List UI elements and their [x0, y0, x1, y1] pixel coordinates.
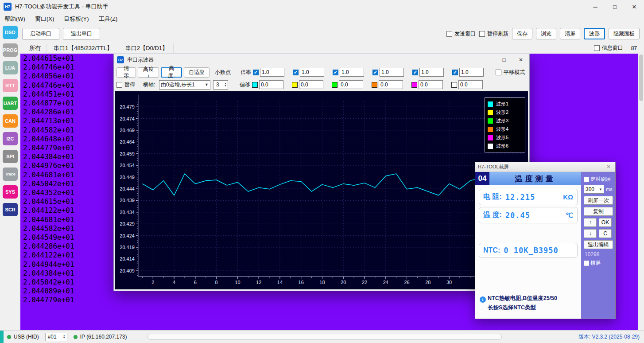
menu-item[interactable]: 窗口(X) [35, 15, 54, 23]
tab-all[interactable]: 所有 [24, 43, 47, 53]
pan-mode-label: 平移模式 [504, 69, 525, 76]
chevron-down-icon: ▼ [599, 187, 602, 191]
vertical-scrollbar[interactable] [638, 54, 644, 330]
timed-refresh-checkbox[interactable]: 定时刷屏 [584, 176, 611, 183]
channel-rate-input[interactable] [380, 68, 404, 77]
info-window-checkbox[interactable]: 信息窗口 [594, 44, 623, 52]
capture-titlebar[interactable]: H7-TOOL截屏 ✕ [475, 162, 615, 172]
data-line: 2.044681e+01 [23, 171, 74, 179]
data-line: 2.044681e+01 [23, 215, 74, 224]
vertical-scrollbar-thumb[interactable] [639, 55, 643, 101]
ok-button[interactable]: OK [599, 218, 612, 227]
channel-offset-input[interactable] [419, 80, 443, 89]
svg-text:20.424: 20.424 [120, 233, 135, 238]
waveform-chart[interactable]: 20.47920.47420.46920.46420.45920.45420.4… [115, 91, 528, 289]
waveform-button[interactable]: 波形 [584, 28, 605, 39]
clear-screen-button[interactable]: 清屏 [560, 28, 580, 39]
svg-text:20.419: 20.419 [120, 245, 135, 250]
channel-offset-input[interactable] [259, 80, 283, 89]
exit-serial-button[interactable]: 退出串口 [63, 28, 100, 40]
lcd-measurement-rows: 电 阻:12.215KΩ温 度:20.45℃NTC:0 10K_B3950 [475, 185, 581, 258]
height-minus-button[interactable]: 高度- [161, 67, 182, 78]
pause-checkbox[interactable]: 暂停 [116, 81, 141, 89]
channel-offset-cell [372, 80, 410, 89]
hide-panel-button[interactable]: 隐藏面板 [609, 28, 640, 39]
data-line: 2.045042e+01 [23, 278, 74, 287]
channel-offset-input[interactable] [339, 80, 363, 89]
channel-enable-checkbox[interactable] [253, 70, 259, 75]
channel-offset-input[interactable] [379, 80, 403, 89]
channel-enable-checkbox[interactable] [452, 70, 458, 75]
data-line: 2.044549e+01 [23, 233, 74, 242]
sidebar-item[interactable]: RTT [3, 79, 18, 92]
port-select[interactable]: #01▲▼ [45, 333, 67, 341]
sidebar-item[interactable]: I2C [3, 132, 18, 145]
channel-enable-checkbox[interactable] [372, 70, 378, 75]
tab-serial2[interactable]: 串口2【D0/D1】 [120, 43, 174, 53]
channel-color-swatch [411, 82, 417, 88]
spinner-arrows-icon[interactable]: ▲▼ [224, 82, 228, 87]
titlebar: H7 H7-TOOL多功能开发工具 - 串口助手 ─ □ ✕ [0, 0, 644, 13]
channel-rate-input[interactable] [300, 68, 324, 77]
channel-rate-input[interactable] [419, 68, 444, 77]
sidebar-item[interactable]: LUA [3, 61, 18, 74]
sidebar-item[interactable]: CAN [3, 114, 18, 128]
exit-edit-button[interactable]: 退出编辑 [584, 240, 613, 249]
c-button[interactable]: C [599, 229, 612, 238]
copy-button[interactable]: 复制 [584, 207, 613, 216]
tab-serial1[interactable]: 串口1【485/232/TTL】 [48, 43, 118, 53]
minimize-button[interactable]: ─ [586, 0, 605, 13]
start-serial-button[interactable]: 启动串口 [22, 28, 59, 40]
terminal-workspace[interactable]: 2.044615e+012.044746e+012.044056e+012.04… [20, 54, 638, 330]
sidebar-item[interactable]: Trace [3, 168, 18, 181]
sidebar-item[interactable]: SCR [3, 203, 18, 216]
sidebar-item[interactable]: DSO [3, 26, 18, 39]
svg-text:20: 20 [341, 280, 346, 285]
clear-zero-button[interactable]: 清零 [116, 67, 136, 78]
svg-text:20.464: 20.464 [120, 139, 135, 144]
menu-item[interactable]: 工具(Z) [99, 15, 118, 23]
channel-rate-input[interactable] [260, 68, 284, 77]
channel-enable-checkbox[interactable] [293, 70, 299, 75]
channel-enable-checkbox[interactable] [412, 70, 418, 75]
interval-value: 300 [586, 186, 594, 192]
pause-refresh-checkbox[interactable]: 暂停刷新 [479, 30, 508, 38]
menu-item[interactable]: 帮助(W) [4, 15, 25, 23]
interval-select[interactable]: 300▼ [584, 185, 604, 194]
sidebar-item[interactable]: PROG [3, 43, 18, 57]
sidebar-item[interactable]: UART [3, 97, 18, 110]
pan-mode-checkbox[interactable]: 平移模式 [496, 69, 525, 76]
pause-refresh-label: 暂停刷新 [487, 30, 508, 38]
auto-fit-button[interactable]: 自适应 [184, 67, 209, 78]
channel-offset-input[interactable] [299, 80, 323, 89]
refresh-once-button[interactable]: 刷屏一次 [584, 196, 613, 205]
channel-enable-checkbox[interactable] [333, 70, 338, 75]
down-button[interactable]: ↓ [584, 229, 597, 238]
osc-close-button[interactable]: ✕ [512, 54, 529, 66]
channel-offset-input[interactable] [458, 80, 483, 89]
save-button[interactable]: 保存 [512, 28, 532, 39]
height-plus-button[interactable]: 高度+ [138, 67, 159, 78]
landscape-checkbox[interactable]: 横屏 [584, 260, 601, 266]
oscilloscope-title: 串口示波器 [127, 56, 154, 64]
decimal-spinner[interactable]: 3▲▼ [213, 80, 228, 90]
oscilloscope-titlebar[interactable]: H7 串口示波器 ─ □ ✕ [114, 54, 529, 66]
maximize-button[interactable]: □ [605, 0, 625, 13]
osc-minimize-button[interactable]: ─ [479, 54, 496, 66]
legend-label: 波形6 [496, 143, 508, 149]
send-window-checkbox[interactable]: 发送窗口 [446, 30, 476, 38]
osc-maximize-button[interactable]: □ [496, 54, 512, 66]
sidebar-item[interactable]: SPI [3, 150, 18, 163]
menu-item[interactable]: 目标板(Y) [64, 15, 89, 23]
capture-close-icon[interactable]: ✕ [605, 164, 613, 170]
xaxis-mode-select[interactable]: 由0递增,步长1▼ [159, 80, 210, 90]
up-button[interactable]: ↑ [584, 218, 597, 227]
oscilloscope-toolbar: 清零 高度+ 高度- 自适应 小数点 倍率 平移模式 暂停 横轴: 由0递增,步… [114, 66, 529, 91]
spinner-arrows-icon[interactable]: ▲▼ [63, 335, 67, 339]
browse-button[interactable]: 浏览 [536, 28, 556, 39]
channel-rate-input[interactable] [340, 68, 364, 77]
channel-rate-input[interactable] [459, 68, 484, 77]
close-button[interactable]: ✕ [625, 0, 644, 13]
data-line: 2.044056e+01 [23, 72, 74, 81]
sidebar-item[interactable]: SYS [3, 185, 18, 199]
